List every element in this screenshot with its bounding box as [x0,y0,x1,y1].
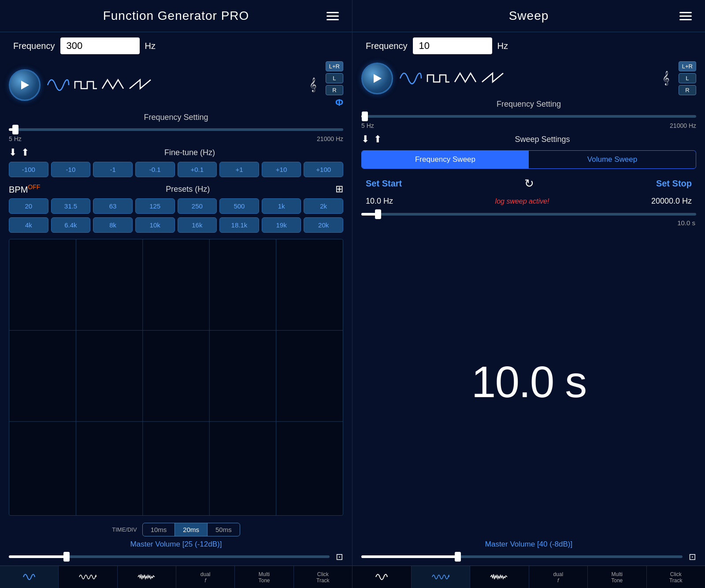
tune-btn-pos10[interactable]: +10 [262,162,301,177]
right-channel-lr-button[interactable]: L+R [679,61,696,71]
timediv-row: TIME/DIV 10ms 20ms 50ms [0,520,352,537]
tune-btn-pos1[interactable]: +1 [219,162,259,177]
tune-btn-neg1[interactable]: -1 [93,162,133,177]
triangle-wave-button[interactable] [101,75,124,95]
left-panel: Function Generator PRO Frequency Hz [0,0,352,588]
preset-315[interactable]: 31.5 [51,198,91,214]
phi-button[interactable]: Φ [335,97,343,108]
preset-64k[interactable]: 6.4k [51,217,91,233]
right-nav-noise[interactable] [470,566,529,588]
nav-noise[interactable] [118,566,176,588]
right-menu-button[interactable] [679,12,692,20]
tune-btn-neg10[interactable]: -10 [51,162,91,177]
right-music-note-icon[interactable]: 𝄞 [662,71,670,86]
timediv-20ms[interactable]: 20ms [175,523,208,536]
right-play-button[interactable] [361,63,393,94]
channel-lr-button[interactable]: L+R [326,61,343,71]
sawtooth-wave-button[interactable] [129,75,152,95]
nav-click-track[interactable]: ClickTrack [294,566,352,588]
download-out-icon[interactable]: ⬆ [21,147,29,158]
preset-16k[interactable]: 16k [178,217,217,233]
freq-slider-thumb[interactable] [12,125,19,134]
right-download-in-icon[interactable]: ⬇ [361,134,369,145]
volume-sweep-tab[interactable]: Volume Sweep [529,151,696,168]
right-freq-slider-labels: 5 Hz 21000 Hz [361,121,696,130]
timediv-50ms[interactable]: 50ms [208,523,240,536]
sine-wave-button[interactable] [47,75,70,95]
right-speaker-icon[interactable]: ⊡ [689,551,696,562]
preset-125[interactable]: 125 [135,198,175,214]
right-freq-slider-thumb[interactable] [362,112,368,121]
nav-sine[interactable] [0,566,59,588]
preset-63[interactable]: 63 [93,198,133,214]
channel-phi-group: L+R L R Φ [323,61,343,108]
preset-20[interactable]: 20 [9,198,48,214]
preset-500[interactable]: 500 [219,198,259,214]
right-nav-sine[interactable] [352,566,412,588]
mixer-icon[interactable]: ⊞ [335,183,343,195]
channel-buttons: L+R L R [326,61,343,95]
channel-r-button[interactable]: R [326,85,343,95]
timer-slider-thumb[interactable] [375,209,381,219]
svg-marker-0 [21,81,29,89]
right-sawtooth-wave-button[interactable] [481,69,504,88]
tune-btn-pos100[interactable]: +100 [304,162,343,177]
menu-button[interactable] [327,12,339,20]
preset-1k[interactable]: 1k [262,198,301,214]
timediv-10ms[interactable]: 10ms [143,523,175,536]
vol-thumb[interactable] [63,552,70,562]
nav-dual-f[interactable]: dualf [176,566,235,588]
right-nav-multi-tone[interactable]: MultiTone [588,566,647,588]
play-button[interactable] [9,69,41,101]
right-vol-thumb[interactable] [455,552,461,562]
right-freq-slider-track[interactable] [361,115,696,118]
nav-multi-sine[interactable] [59,566,117,588]
tune-btn-neg100[interactable]: -100 [9,162,48,177]
timer-slider-track[interactable] [361,213,696,216]
nav-multi-tone[interactable]: MultiTone [235,566,293,588]
right-frequency-input[interactable] [413,37,492,54]
right-channel-r-button[interactable]: R [679,85,696,95]
right-vol-fill [361,555,458,558]
preset-2k[interactable]: 2k [304,198,343,214]
right-sine-wave-button[interactable] [399,69,422,88]
square-wave-button[interactable] [74,75,97,95]
set-start-button[interactable]: Set Start [366,179,402,189]
frequency-input[interactable] [60,37,140,54]
preset-250[interactable]: 250 [178,198,217,214]
right-triangle-wave-button[interactable] [454,69,477,88]
right-master-vol-slider[interactable] [361,555,683,558]
master-vol-slider[interactable] [9,555,330,558]
download-in-icon[interactable]: ⬇ [9,147,17,158]
tune-btn-neg01[interactable]: -0.1 [135,162,175,177]
master-vol-label: Master Volume [25 (-12dB)] [0,537,352,550]
preset-19k[interactable]: 19k [262,217,301,233]
set-stop-button[interactable]: Set Stop [656,179,692,189]
right-nav-click-track[interactable]: ClickTrack [647,566,705,588]
preset-8k[interactable]: 8k [93,217,133,233]
frequency-sweep-tab[interactable]: Frequency Sweep [362,151,529,168]
right-channel-buttons: L+R L R [679,61,696,95]
channel-l-button[interactable]: L [326,73,343,83]
refresh-icon[interactable]: ↻ [524,177,534,190]
right-channel-l-button[interactable]: L [679,73,696,83]
preset-4k[interactable]: 4k [9,217,48,233]
tune-btn-pos01[interactable]: +0.1 [178,162,217,177]
right-download-out-icon[interactable]: ⬆ [374,134,382,145]
right-header: Sweep [352,0,705,32]
right-square-wave-button[interactable] [427,69,449,88]
preset-10k[interactable]: 10k [135,217,175,233]
preset-181k[interactable]: 18.1k [219,217,259,233]
preset-20k[interactable]: 20k [304,217,343,233]
sweep-settings-label: Sweep Settings [389,135,696,144]
right-nav-multi-sine[interactable] [412,566,471,588]
right-nav-dual-f[interactable]: dualf [529,566,588,588]
right-nav-dual-f-label: dualf [553,571,563,584]
right-frequency-unit: Hz [497,41,508,51]
nav-dual-f-label: dualf [200,571,211,584]
speaker-icon[interactable]: ⊡ [336,551,343,562]
right-waveform-row: 𝄞 L+R L R [352,60,705,97]
vol-fill [9,555,67,558]
music-note-icon[interactable]: 𝄞 [309,78,317,92]
freq-slider-track[interactable] [9,128,343,131]
